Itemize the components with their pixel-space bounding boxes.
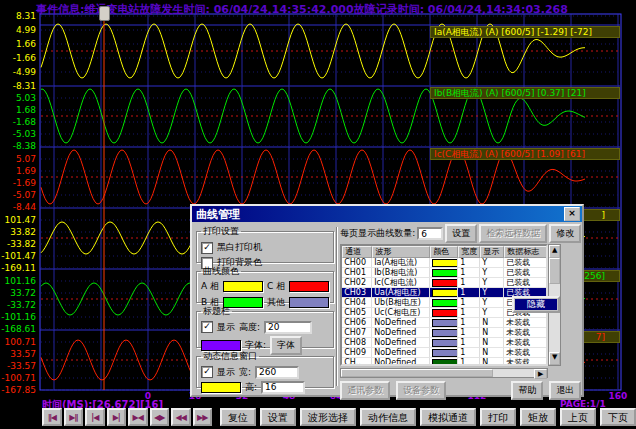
dialog-close-button[interactable]: × (564, 207, 580, 221)
exit-button[interactable]: 退出 (549, 381, 581, 400)
dyninfo-show-label: 显示 (217, 366, 235, 379)
table-row[interactable]: CH07NoDefined1N未装载 (342, 328, 546, 338)
nav-compress-icon[interactable]: ▶◀ (128, 408, 148, 426)
table-row[interactable]: CH06NoDefined1N未装载 (342, 318, 546, 328)
toolbar-button-settings[interactable]: 设置 (260, 408, 296, 426)
y-tick-ia: 4.99 (0, 26, 36, 35)
scroll-down-icon[interactable]: ▼ (549, 352, 560, 365)
scroll-right-icon[interactable]: ▶ (534, 369, 547, 379)
row-color-swatch (432, 259, 458, 267)
table-row[interactable]: CH09NoDefined1N未装载 (342, 348, 546, 358)
curves-per-page-input[interactable] (417, 227, 443, 240)
table-header-3[interactable]: 宽度 (458, 246, 480, 258)
set-button[interactable]: 设置 (445, 224, 477, 243)
table-row[interactable]: CH01Ib(B相电流)1Y已装载 (342, 268, 546, 278)
row-color-swatch (432, 329, 458, 337)
nav-go-last-icon[interactable]: ▶∥ (64, 408, 84, 426)
y-tick-ib: 1.68 (0, 106, 36, 115)
nav-expand-icon[interactable]: ◀▶ (150, 408, 170, 426)
table-row[interactable]: CH08NoDefined1N未装载 (342, 338, 546, 348)
titlebar-height-input[interactable] (264, 321, 312, 334)
print-settings-legend: 打印设置 (201, 225, 241, 238)
toolbar-button-reset[interactable]: 复位 (220, 408, 256, 426)
context-menu-hide-item[interactable]: 隐藏 (515, 299, 557, 310)
table-cell: N (480, 338, 504, 347)
dialog-titlebar[interactable]: 曲线管理 × (192, 206, 582, 222)
table-cell: 1 (458, 318, 480, 327)
nav-step-back-icon[interactable]: |◀ (85, 408, 105, 426)
color-swatch-cell (430, 298, 458, 307)
table-cell: NoDefined (372, 348, 430, 357)
row-color-swatch (432, 269, 458, 277)
table-cell: Y (480, 278, 504, 287)
toolbar-button-next-page[interactable]: 下页 (600, 408, 636, 426)
table-cell: NoDefined (372, 328, 430, 337)
curve-color-swatch-1[interactable] (289, 281, 329, 292)
toolbar-button-wave-select[interactable]: 波形选择 (300, 408, 356, 426)
time-cursor-handle[interactable] (99, 6, 110, 21)
bw-printer-label: 黑白打印机 (217, 241, 262, 254)
nav-fast-forward-icon[interactable]: ▶▶ (193, 408, 213, 426)
bottom-toolbar: ∥◀▶∥|◀▶|▶◀◀▶◀◀▶▶复位设置波形选择动作信息模拟通道打印矩放上页下页 (0, 408, 636, 429)
table-cell: CH08 (342, 338, 372, 347)
bw-printer-checkbox[interactable]: ✓ (201, 242, 213, 254)
y-tick-ic: -1.69 (0, 179, 36, 188)
help-button[interactable]: 帮助 (511, 381, 543, 400)
row-color-swatch (432, 339, 458, 347)
remote-data-button: 检索远程数据 (479, 224, 547, 243)
table-header-5[interactable]: 数据标志 (504, 246, 548, 258)
table-cell: N (480, 358, 504, 366)
dyninfo-color-swatch[interactable] (201, 382, 241, 393)
row-color-swatch (432, 359, 458, 366)
table-cell: 1 (458, 278, 480, 287)
table-cell: Y (480, 258, 504, 267)
dyninfo-height-input[interactable] (261, 381, 305, 394)
modify-button[interactable]: 修改 (549, 224, 581, 243)
y-tick-ib: -8.38 (0, 142, 36, 151)
dyninfo-width-input[interactable] (255, 366, 299, 379)
table-cell: Ia(A相电流) (372, 258, 430, 267)
curve-color-swatch-0[interactable] (223, 281, 263, 292)
table-horizontal-scrollbar[interactable]: ▶ (340, 368, 548, 378)
toolbar-button-prev-page[interactable]: 上页 (560, 408, 596, 426)
nav-fast-backward-icon[interactable]: ◀◀ (171, 408, 191, 426)
titlebar-show-label: 显示 (217, 321, 235, 334)
table-cell: 1 (458, 298, 480, 307)
scroll-up-icon[interactable]: ▲ (549, 245, 560, 258)
y-tick-ib: -5.03 (0, 130, 36, 139)
toolbar-button-zoom[interactable]: 矩放 (520, 408, 556, 426)
nav-step-forward-icon[interactable]: ▶| (107, 408, 127, 426)
table-cell: 1 (458, 268, 480, 277)
table-cell: CH05 (342, 308, 372, 317)
toolbar-button-print[interactable]: 打印 (480, 408, 516, 426)
table-cell: 已装载 (504, 278, 548, 287)
device-params-button: 设备参数 (396, 381, 446, 400)
y-tick-ib: 5.03 (0, 94, 36, 103)
table-row[interactable]: CH00Ia(A相电流)1Y已装载 (342, 258, 546, 268)
table-cell: 未装载 (504, 318, 548, 327)
hscrollbar-thumb[interactable] (341, 369, 493, 377)
table-cell: Y (480, 288, 504, 297)
color-swatch-cell (430, 318, 458, 327)
table-header-1[interactable]: 波形 (372, 246, 430, 258)
toolbar-button-action-info[interactable]: 动作信息 (360, 408, 416, 426)
toolbar-button-analog-channel[interactable]: 模拟通道 (420, 408, 476, 426)
curve-manager-dialog: 曲线管理 × 打印设置 ✓ 黑白打印机 打印背景色 曲线颜色 (190, 204, 584, 397)
y-tick-ia: 8.31 (0, 12, 36, 21)
table-cell: NoDefined (372, 318, 430, 327)
curve-colors-legend: 曲线颜色 (201, 265, 241, 278)
table-cell: N (480, 328, 504, 337)
table-row[interactable]: CH..NoDefined1N未装载 (342, 358, 546, 366)
table-cell: N (480, 348, 504, 357)
table-header-4[interactable]: 显示 (480, 246, 504, 258)
row-color-swatch (432, 349, 458, 357)
scrollbar-thumb[interactable] (549, 258, 560, 284)
table-row[interactable]: CH02Ic(C相电流)1Y已装载 (342, 278, 546, 288)
y-tick-ic: 1.69 (0, 167, 36, 176)
table-header-0[interactable]: 通道 (342, 246, 372, 258)
dyninfo-show-checkbox[interactable]: ✓ (201, 366, 213, 378)
nav-go-first-icon[interactable]: ∥◀ (42, 408, 62, 426)
titlebar-show-checkbox[interactable]: ✓ (201, 321, 213, 333)
table-header-2[interactable]: 颜色 (430, 246, 458, 258)
y-tick-ua: -169.11 (0, 264, 36, 273)
